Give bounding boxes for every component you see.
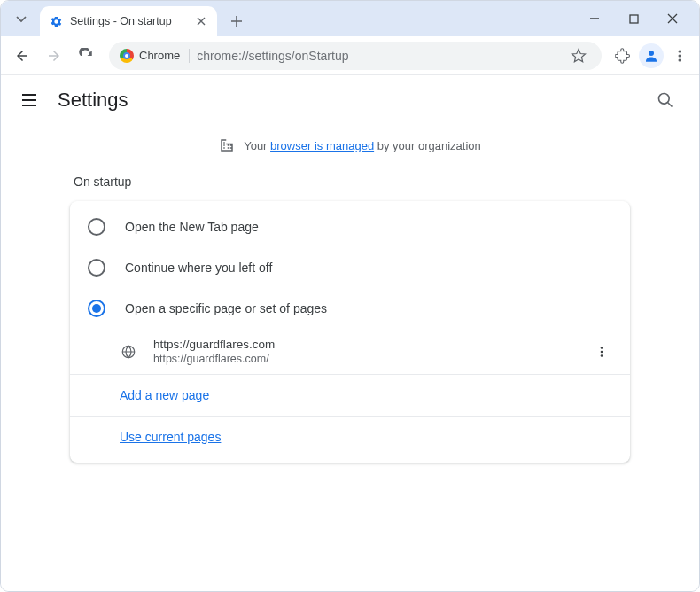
new-tab-button[interactable] (224, 9, 249, 34)
managed-link[interactable]: browser is managed (270, 139, 374, 152)
radio-label: Continue where you left off (125, 261, 272, 275)
svg-point-4 (679, 58, 681, 61)
profile-button[interactable] (639, 43, 664, 68)
active-tab[interactable]: Settings - On startup (40, 6, 217, 36)
startup-page-row: https://guardflares.com https://guardfla… (70, 329, 630, 374)
svg-point-3 (679, 54, 681, 57)
forward-button[interactable] (40, 42, 68, 70)
radio-icon (88, 218, 105, 236)
section-title: On startup (70, 169, 630, 201)
chip-label: Chrome (139, 49, 180, 62)
svg-point-8 (601, 350, 603, 353)
page-content: Settings Your browser is managed by your… (1, 75, 699, 591)
url-text: chrome://settings/onStartup (197, 49, 559, 63)
gear-icon (49, 14, 63, 28)
page-url: https://guardflares.com/ (153, 353, 575, 365)
toolbar: Chrome chrome://settings/onStartup (1, 36, 699, 75)
add-new-page-link[interactable]: Add a new page (120, 388, 209, 402)
option-specific-pages[interactable]: Open a specific page or set of pages (70, 288, 630, 329)
svg-point-2 (679, 50, 681, 52)
domain-icon (219, 137, 235, 153)
search-button[interactable] (649, 84, 681, 116)
on-startup-section: On startup Open the New Tab page Continu… (49, 169, 651, 463)
svg-rect-0 (630, 15, 638, 23)
page-title: Settings (58, 89, 128, 112)
svg-point-5 (659, 94, 670, 105)
back-button[interactable] (8, 42, 36, 70)
svg-point-1 (649, 51, 654, 56)
managed-text: Your browser is managed by your organiza… (244, 139, 481, 152)
tab-search-button[interactable] (10, 7, 33, 30)
page-info: https://guardflares.com https://guardfla… (153, 338, 575, 365)
maximize-button[interactable] (621, 6, 646, 31)
close-window-button[interactable] (660, 6, 685, 31)
chrome-menu-button[interactable] (667, 43, 692, 68)
radio-icon (88, 300, 105, 317)
radio-label: Open the New Tab page (125, 220, 259, 234)
site-chip[interactable]: Chrome (120, 49, 190, 63)
use-current-pages-link[interactable]: Use current pages (120, 430, 221, 444)
svg-point-7 (601, 347, 603, 349)
radio-label: Open a specific page or set of pages (125, 301, 327, 315)
close-tab-button[interactable] (194, 14, 208, 28)
chrome-icon (120, 49, 134, 63)
tab-strip: Settings - On startup (1, 1, 699, 36)
globe-icon (120, 343, 137, 361)
managed-notice: Your browser is managed by your organiza… (1, 125, 699, 169)
window-controls (582, 1, 694, 36)
radio-icon (88, 259, 105, 277)
startup-card: Open the New Tab page Continue where you… (70, 201, 630, 463)
browser-window: Settings - On startup Chrome chrome://se… (0, 0, 700, 592)
page-more-button[interactable] (591, 341, 612, 362)
menu-icon[interactable] (19, 90, 40, 111)
bookmark-star-icon[interactable] (566, 43, 591, 68)
page-name: https://guardflares.com (153, 338, 575, 351)
tab-title: Settings - On startup (70, 15, 194, 27)
address-bar[interactable]: Chrome chrome://settings/onStartup (109, 42, 602, 70)
settings-header: Settings (1, 75, 699, 125)
extensions-button[interactable] (611, 43, 635, 68)
settings-body: Your browser is managed by your organiza… (1, 125, 699, 591)
option-continue[interactable]: Continue where you left off (70, 247, 630, 288)
svg-point-9 (601, 354, 603, 357)
option-new-tab[interactable]: Open the New Tab page (70, 206, 630, 247)
add-page-row: Add a new page (70, 374, 630, 416)
use-current-row: Use current pages (70, 416, 630, 457)
reload-button[interactable] (72, 42, 100, 70)
minimize-button[interactable] (582, 6, 607, 31)
